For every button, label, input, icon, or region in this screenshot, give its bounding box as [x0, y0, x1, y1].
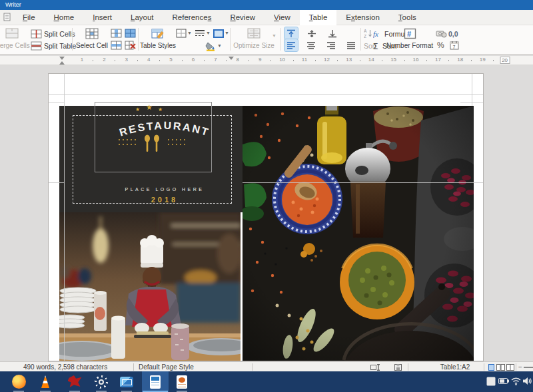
ruler-number: 5: [169, 57, 172, 63]
split-cells-button[interactable]: Split Cells: [31, 28, 75, 39]
horizontal-ruler[interactable]: 1234567891011121314151617181920: [0, 56, 533, 65]
mail-icon: [120, 377, 133, 387]
svg-text:A: A: [364, 29, 367, 33]
align-justify-button[interactable]: [344, 39, 358, 51]
taskbar-app-firefox[interactable]: [7, 371, 31, 392]
background-color-dropdown-arrow[interactable]: ▼: [217, 43, 222, 48]
align-center-vertical-button[interactable]: [305, 27, 318, 39]
word-count[interactable]: 490 words, 2,598 characters: [23, 362, 107, 372]
border-color-dropdown-arrow[interactable]: ▼: [225, 31, 229, 35]
indent-marker-right[interactable]: [229, 57, 234, 60]
date-format-button[interactable]: 7: [448, 39, 461, 51]
select-cell-icon: [75, 27, 109, 40]
taskbar-app-media-player-red[interactable]: [63, 371, 87, 392]
taskbar-app-mail[interactable]: [115, 371, 139, 392]
decimal-format-button[interactable]: 0,0: [448, 28, 458, 39]
borders-dropdown-arrow[interactable]: ▼: [187, 31, 192, 35]
tab-tools[interactable]: Tools: [389, 10, 426, 25]
align-bottom-button[interactable]: [326, 27, 339, 39]
table-guide-row-boundary-left: [49, 182, 64, 183]
tab-table[interactable]: Table: [300, 10, 337, 25]
ruler-number: 8: [237, 57, 239, 63]
tab-references[interactable]: References: [163, 10, 221, 25]
percent-format-button[interactable]: %: [437, 39, 444, 51]
calendar-icon: 7: [450, 41, 459, 50]
ruler-number: 15: [390, 57, 396, 63]
align-left-icon: [286, 41, 296, 49]
split-cells-icon: [31, 29, 42, 39]
vlc-icon: [39, 375, 52, 388]
single-page-view-icon[interactable]: [488, 364, 494, 371]
align-center-button[interactable]: [304, 39, 318, 51]
ruler-number: 18: [457, 57, 463, 63]
align-right-icon: [326, 41, 336, 49]
table-guide-vertical-right: [472, 74, 472, 106]
tray-window-icon[interactable]: [486, 377, 496, 386]
currency-format-button[interactable]: [434, 27, 448, 39]
optimize-size-icon: [233, 27, 275, 40]
delete-table-icon: [125, 41, 136, 50]
select-table-button[interactable]: [123, 27, 137, 39]
taskbar-app-vlc[interactable]: [33, 371, 57, 392]
tab-home[interactable]: Home: [45, 10, 84, 25]
borders-button[interactable]: [175, 27, 188, 39]
tab-extension[interactable]: Extension: [336, 10, 389, 25]
document-menu-icon[interactable]: [3, 13, 12, 22]
ruler-number: 1: [81, 57, 83, 63]
align-center-vertical-icon: [307, 29, 316, 38]
border-style-dropdown-arrow[interactable]: ▼: [206, 31, 211, 35]
wifi-icon[interactable]: [511, 377, 521, 385]
align-left-button[interactable]: [284, 39, 298, 51]
page-style[interactable]: Default Page Style: [139, 362, 194, 372]
taskbar-app-impress[interactable]: [170, 371, 194, 392]
taskbar-app-settings[interactable]: [89, 371, 113, 392]
ruler-number: 13: [346, 57, 352, 63]
status-bar: 490 words, 2,598 characters Default Page…: [0, 361, 533, 371]
battery-icon[interactable]: [498, 378, 509, 384]
ingredients-photo[interactable]: [243, 106, 474, 361]
ruler-number: 10: [279, 57, 285, 63]
taskbar-app-writer[interactable]: [142, 371, 169, 392]
ruler-number: 20: [500, 57, 510, 64]
tab-file[interactable]: File: [13, 10, 45, 25]
selection-mode-icon[interactable]: [370, 364, 381, 371]
chef-photo[interactable]: [59, 212, 241, 361]
select-row-button[interactable]: [109, 39, 123, 51]
table-guide-horizontal-top: [49, 94, 484, 95]
zoom-slider[interactable]: [524, 367, 533, 368]
background-color-button[interactable]: [204, 40, 217, 52]
align-bottom-icon: [328, 29, 337, 38]
document-modified-icon[interactable]: [394, 364, 402, 371]
book-view-icon[interactable]: [506, 364, 514, 371]
menu-tabs: FileHomeInsertLayoutReferencesReviewView…: [13, 10, 520, 25]
align-top-button[interactable]: [284, 27, 298, 39]
split-table-button[interactable]: Split Table: [31, 40, 76, 51]
border-color-button[interactable]: [212, 27, 225, 39]
indent-marker-left-bottom[interactable]: [59, 61, 65, 65]
table-styles-icon: [140, 27, 176, 40]
ruler-number: 17: [435, 57, 441, 63]
zoom-out-button[interactable]: −: [518, 362, 522, 372]
table-styles-button[interactable]: Table Styles: [140, 27, 176, 53]
ruler-number: 16: [413, 57, 419, 63]
select-column-button[interactable]: [109, 27, 123, 39]
impress-icon: [177, 375, 187, 389]
volume-icon[interactable]: [522, 377, 532, 385]
indent-marker-left-top[interactable]: [59, 57, 65, 60]
tab-review[interactable]: Review: [221, 10, 265, 25]
multi-page-view-icon[interactable]: [496, 364, 505, 371]
delete-table-button[interactable]: [123, 39, 137, 51]
tab-insert[interactable]: Insert: [83, 10, 121, 25]
align-top-icon: [286, 29, 296, 38]
svg-text:fx: fx: [373, 30, 378, 38]
select-cell-button[interactable]: Select Cell: [75, 27, 109, 53]
number-format-button[interactable]: # Number Format: [386, 27, 433, 53]
border-style-button[interactable]: [193, 27, 207, 39]
tab-layout[interactable]: Layout: [121, 10, 163, 25]
tab-view[interactable]: View: [265, 10, 300, 25]
align-right-button[interactable]: [324, 39, 338, 51]
optimize-size-dropdown-arrow: ▼: [272, 33, 276, 38]
align-justify-icon: [346, 41, 356, 49]
media-player-red-icon: [68, 375, 82, 388]
document-page[interactable]: ★ ★ ★ RESTAURANT PLACE LOGO HERE: [48, 73, 484, 361]
